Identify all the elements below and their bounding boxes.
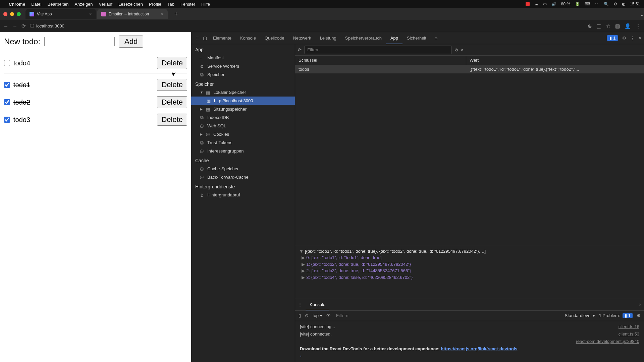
clear-console-icon[interactable]: ⊘ xyxy=(305,313,309,318)
delete-button[interactable]: Delete xyxy=(157,114,187,126)
bookmark-icon[interactable]: ☆ xyxy=(606,23,610,29)
close-devtools-icon[interactable]: × xyxy=(639,36,641,41)
tab-sicherheit[interactable]: Sicherheit xyxy=(402,32,431,44)
chevron-right-icon[interactable]: ▶ xyxy=(302,268,305,273)
toggle-sidebar-icon[interactable]: ▯ xyxy=(299,313,301,318)
menu-hilfe[interactable]: Hilfe xyxy=(201,2,210,7)
menu-verlauf[interactable]: Verlauf xyxy=(99,2,112,7)
todo-checkbox[interactable] xyxy=(4,60,10,66)
delete-button[interactable]: Delete xyxy=(157,96,187,108)
filter-input[interactable] xyxy=(304,46,452,54)
install-icon[interactable]: ⬚ xyxy=(597,23,601,29)
settings-icon[interactable]: ⚙ xyxy=(622,36,626,41)
menu-profile[interactable]: Profile xyxy=(149,2,161,7)
sidebar-speicher[interactable]: ⛁Speicher xyxy=(191,70,295,79)
profile-icon[interactable]: 👤 xyxy=(625,23,631,29)
back-button[interactable]: ← xyxy=(3,23,8,29)
new-tab-button[interactable]: + xyxy=(172,11,180,18)
delete-button[interactable]: Delete xyxy=(157,57,187,69)
level-select[interactable]: Standardlevel ▾ xyxy=(565,313,595,318)
sidepanel-icon[interactable]: ▥ xyxy=(615,23,620,29)
storage-row[interactable]: todos [{"text":"todo1","id":"todo1","don… xyxy=(295,65,644,73)
display-icon[interactable]: ▭ xyxy=(543,2,547,6)
tab-speicherverbrauch[interactable]: Speicherverbrauch xyxy=(341,32,386,44)
close-tab-icon[interactable]: × xyxy=(89,11,92,17)
inspect-icon[interactable]: ⬚ xyxy=(194,36,201,41)
menu-icon[interactable]: ⋮ xyxy=(636,23,641,29)
wifi-icon[interactable]: ᯤ xyxy=(595,2,599,6)
chevron-right-icon[interactable]: ▶ xyxy=(200,107,203,111)
minimize-window[interactable] xyxy=(10,12,14,16)
tab-app[interactable]: App xyxy=(386,32,402,44)
sidebar-trust-tokens[interactable]: ⛁Trust-Tokens xyxy=(191,138,295,147)
zoom-icon[interactable]: ⊕ xyxy=(588,23,592,29)
zoom-window[interactable] xyxy=(17,12,21,16)
sidebar-websql[interactable]: ⛁Web SQL xyxy=(191,122,295,130)
volume-icon[interactable]: 🔊 xyxy=(551,2,556,6)
live-expr-icon[interactable]: 👁 xyxy=(326,313,331,318)
chevron-right-icon[interactable]: ▶ xyxy=(200,132,203,136)
source-link[interactable]: client.ts:53 xyxy=(619,330,639,338)
site-info-icon[interactable]: ⓘ xyxy=(30,23,34,29)
console-settings-icon[interactable]: ⚙ xyxy=(637,313,641,318)
chevron-right-icon[interactable]: ▶ xyxy=(302,275,305,280)
more-icon[interactable]: ⋮ xyxy=(630,36,635,41)
console-filter[interactable] xyxy=(335,312,561,319)
tab-netzwerk[interactable]: Netzwerk xyxy=(288,32,315,44)
menu-tab[interactable]: Tab xyxy=(167,2,174,7)
sidebar-service-workers[interactable]: ⚙Service Workers xyxy=(191,62,295,70)
col-value[interactable]: Wert xyxy=(466,56,644,65)
close-window[interactable] xyxy=(3,12,7,16)
sidebar-manifest[interactable]: ▫Manifest xyxy=(191,54,295,62)
sidebar-local-storage[interactable]: ▼▦Lokaler Speicher xyxy=(191,88,295,97)
chevron-down-icon[interactable]: ▼ xyxy=(200,90,203,94)
new-todo-input[interactable] xyxy=(44,37,115,46)
tab-leistung[interactable]: Leistung xyxy=(316,32,341,44)
search-icon[interactable]: 🔍 xyxy=(604,2,609,6)
tab-elemente[interactable]: Elemente xyxy=(209,32,236,44)
tab-vite-app[interactable]: Vite App × xyxy=(25,9,96,19)
drawer-menu-icon[interactable]: ⋮ xyxy=(298,302,302,307)
device-icon[interactable]: ▢ xyxy=(201,36,209,41)
todo-checkbox[interactable] xyxy=(4,99,10,105)
expand-tabs-icon[interactable]: ⌄ xyxy=(640,11,644,17)
control-center-icon[interactable]: ⚙ xyxy=(613,2,617,6)
url-field[interactable]: ⓘ localhost:3000 xyxy=(30,23,584,29)
menu-lesezeichen[interactable]: Lesezeichen xyxy=(118,2,143,7)
tab-konsole[interactable]: Konsole xyxy=(236,32,260,44)
problems-label[interactable]: 1 Problem: ▮ 1 xyxy=(599,313,633,318)
close-drawer-icon[interactable]: × xyxy=(639,302,641,307)
menu-anzeigen[interactable]: Anzeigen xyxy=(74,2,93,7)
chevron-down-icon[interactable]: ▼ xyxy=(299,249,304,254)
cloud-icon[interactable]: ☁ xyxy=(534,2,538,6)
record-icon[interactable] xyxy=(526,2,530,6)
reload-button[interactable]: ⟳ xyxy=(21,23,26,29)
todo-checkbox[interactable] xyxy=(4,117,10,123)
col-key[interactable]: Schlüssel xyxy=(295,56,466,65)
clear-icon[interactable]: ⊘ xyxy=(454,47,458,52)
menu-bearbeiten[interactable]: Bearbeiten xyxy=(47,2,68,7)
keyboard-icon[interactable]: ⌨ xyxy=(585,2,590,6)
sidebar-cache-speicher[interactable]: ⛁Cache-Speicher xyxy=(191,165,295,173)
chevron-right-icon[interactable]: ▶ xyxy=(302,262,305,267)
tab-emotion[interactable]: Emotion – Introduction × xyxy=(97,9,168,19)
sidebar-local-origin[interactable]: ▦http://localhost:3000 xyxy=(191,97,295,105)
tab-quellcode[interactable]: Quellcode xyxy=(260,32,289,44)
menu-datei[interactable]: Datei xyxy=(31,2,41,7)
sidebar-interessengruppen[interactable]: ⛁Interessengruppen xyxy=(191,147,295,155)
devtools-link[interactable]: https://reactjs.org/link/react-devtools xyxy=(441,346,517,351)
add-button[interactable]: Add xyxy=(119,36,143,48)
delete-button[interactable]: Delete xyxy=(157,79,187,91)
sidebar-indexeddb[interactable]: ⛁IndexedDB xyxy=(191,113,295,122)
refresh-icon[interactable]: ⟳ xyxy=(298,47,302,52)
more-tabs-icon[interactable]: » xyxy=(431,32,442,44)
drawer-tab-konsole[interactable]: Konsole xyxy=(306,299,329,310)
sidebar-session-storage[interactable]: ▶▦Sitzungsspeicher xyxy=(191,105,295,113)
sidebar-bfcache[interactable]: ⛁Back-Forward-Cache xyxy=(191,173,295,181)
battery-icon[interactable]: 🔋 xyxy=(575,2,580,6)
menubar-app[interactable]: Chrome xyxy=(9,2,25,7)
issues-badge[interactable]: ▮ 1 xyxy=(607,35,618,41)
clock[interactable]: 15:51 xyxy=(630,2,640,6)
close-tab-icon[interactable]: × xyxy=(161,11,164,17)
source-link[interactable]: react-dom.development.js:29840 xyxy=(576,338,639,345)
